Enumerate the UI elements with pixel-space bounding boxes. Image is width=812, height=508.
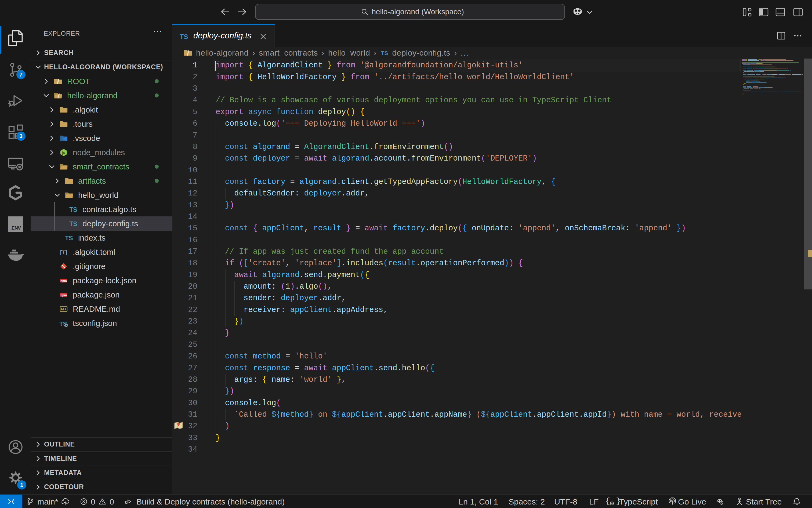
svg-text:TS: TS (59, 320, 67, 327)
svg-text:TS: TS (180, 33, 188, 40)
svg-text:npm: npm (60, 293, 67, 296)
svg-text:npm: npm (60, 279, 67, 282)
svg-text:TS: TS (69, 220, 77, 227)
svg-text:TS: TS (65, 235, 73, 241)
svg-text:TS: TS (69, 206, 77, 213)
svg-text:TS: TS (381, 50, 388, 56)
svg-text:js: js (62, 151, 65, 155)
svg-text:[T]: [T] (60, 249, 68, 255)
